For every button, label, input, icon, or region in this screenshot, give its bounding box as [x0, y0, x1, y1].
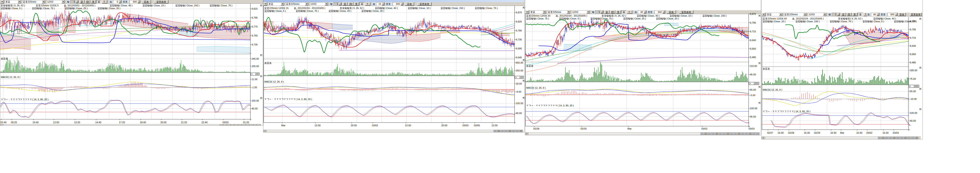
svg-text:105.00: 105.00 [251, 65, 259, 68]
svg-text:02/28: 02/28 [533, 127, 539, 130]
svg-text:09:20: 09:20 [11, 121, 17, 124]
svg-text:( Close, 75 ): ( Close, 75 ) [600, 17, 613, 20]
svg-text:( Close, 40 ): ( Close, 40 ) [883, 17, 896, 20]
svg-text:20:00: 20:00 [441, 124, 447, 127]
svg-text:-8.00: -8.00 [516, 90, 521, 93]
svg-text:65.00: 65.00 [750, 89, 756, 91]
svg-text:500: 500 [133, 0, 137, 3]
svg-text:225mini: 225mini [789, 13, 798, 16]
svg-text:100.00: 100.00 [251, 99, 259, 102]
svg-text:14:40: 14:40 [95, 121, 102, 124]
svg-text:1: 1 [74, 0, 75, 3]
svg-text:10:40: 10:40 [33, 121, 39, 124]
svg-text:1: 1 [835, 13, 837, 16]
svg-text:12:00: 12:00 [492, 124, 498, 127]
svg-text:T: T [367, 3, 368, 5]
svg-text:03/02: 03/02 [702, 127, 708, 130]
svg-text:16:30: 16:30 [856, 132, 862, 134]
svg-text:1000: 1000 [754, 83, 759, 85]
svg-text:( Close, 40 ): ( Close, 40 ) [646, 14, 660, 17]
svg-text:×: × [515, 76, 517, 79]
svg-text:( 14, 3, 80, 20 ): ( 14, 3, 80, 20 ) [32, 98, 49, 101]
svg-text:-10.00: -10.00 [910, 98, 916, 100]
svg-text:45.00: 45.00 [750, 115, 756, 118]
svg-text:12:00: 12:00 [405, 124, 411, 127]
svg-text:( Close, 150 ): ( Close, 150 ) [450, 7, 465, 10]
svg-text:03/03: 03/03 [749, 127, 755, 130]
svg-text:1: 1 [337, 3, 338, 5]
svg-text:45.00: 45.00 [251, 107, 258, 110]
svg-text:9,825: 9,825 [516, 20, 522, 23]
svg-text:9,875: 9,875 [750, 13, 756, 15]
svg-text:MACD( 12, 26, 9 ): MACD( 12, 26, 9 ) [264, 80, 284, 83]
svg-text:500: 500 [396, 3, 400, 5]
svg-text:Mar: Mar [627, 127, 632, 130]
svg-text:T: T [865, 13, 867, 16]
svg-text:03/02: 03/02 [372, 124, 378, 127]
svg-text:100.00: 100.00 [750, 107, 757, 110]
svg-text:9,870: 9,870 [516, 11, 522, 14]
svg-text:12/03: 12/03 [809, 13, 815, 16]
svg-text:5: 5 [117, 0, 118, 3]
svg-text:( Close, 75 ): ( Close, 75 ) [219, 4, 232, 7]
svg-text:9,735: 9,735 [251, 43, 258, 46]
svg-text:15: 15 [379, 3, 381, 5]
svg-text:12:00: 12:00 [315, 124, 321, 127]
svg-text:-5.00: -5.00 [750, 94, 755, 97]
svg-text:02/29: 02/29 [581, 127, 587, 130]
svg-text:225mini: 225mini [553, 11, 561, 13]
svg-text:21:20: 21:20 [181, 121, 187, 124]
svg-text:16:30: 16:30 [830, 132, 837, 134]
svg-text:17:20: 17:20 [119, 121, 125, 124]
svg-text:( Close, 75 ): ( Close, 75 ) [42, 7, 55, 10]
svg-text:75.00: 75.00 [910, 78, 916, 80]
svg-text:100: 100 [255, 73, 259, 75]
svg-text:9,485: 9,485 [750, 56, 756, 59]
svg-text:( Close, 10 ): ( Close, 10 ) [152, 4, 165, 7]
svg-text:20:00: 20:00 [351, 124, 357, 127]
svg-text:16:30: 16:30 [883, 132, 889, 134]
svg-text:( Close, 5 ): ( Close, 5 ) [872, 20, 884, 23]
svg-text:9,560: 9,560 [750, 48, 756, 50]
svg-text:( 9, 26, 52 ): ( 9, 26, 52 ) [13, 4, 25, 7]
svg-text:9,795: 9,795 [251, 16, 258, 19]
svg-text:03/03: 03/03 [893, 132, 899, 134]
svg-text:( Close, 75 ): ( Close, 75 ) [536, 17, 549, 20]
svg-text:9,560: 9,560 [910, 53, 916, 56]
svg-text:( Close, 25 ): ( Close, 25 ) [633, 17, 646, 20]
svg-text:9,815: 9,815 [251, 8, 258, 10]
svg-text:MACD( 12, 26, 9 ): MACD( 12, 26, 9 ) [763, 89, 782, 91]
svg-text:( Close, 40 ): ( Close, 40 ) [385, 7, 398, 10]
svg-text:( Close, 150 ): ( Close, 150 ) [805, 20, 819, 23]
svg-text:02:40: 02:40 [0, 121, 6, 124]
svg-text:( Close, 25 ): ( Close, 25 ) [75, 7, 88, 10]
svg-text:9,715: 9,715 [750, 30, 756, 33]
svg-text:225mini: 225mini [291, 3, 299, 5]
svg-text:30: 30 [640, 11, 643, 13]
svg-text:, 2012/02/24 - 2012/03/05 ): , 2012/02/24 - 2012/03/05 ) [795, 17, 824, 20]
svg-text:( Close, 20 ): ( Close, 20 ) [904, 20, 917, 23]
svg-text:20:00: 20:00 [161, 121, 167, 124]
svg-text:02/29: 02/29 [814, 132, 820, 134]
svg-text:18:40: 18:40 [140, 121, 146, 124]
svg-text:9,795: 9,795 [750, 21, 756, 24]
svg-text:MACD( 12, 26, 9 ): MACD( 12, 26, 9 ) [526, 87, 546, 89]
svg-text:110.00: 110.00 [750, 65, 757, 67]
svg-text:02/27: 02/27 [767, 132, 773, 134]
svg-text:9,485: 9,485 [910, 61, 916, 64]
svg-text:01:20: 01:20 [243, 121, 249, 124]
svg-text:( Close, 5 ): ( Close, 5 ) [569, 17, 581, 20]
svg-text:500: 500 [890, 13, 894, 16]
svg-text:×: × [910, 85, 911, 87]
svg-text:225mini 12/03( 5: 225mini 12/03( 5 [41, 4, 59, 7]
svg-text:, 2012/02/24 - 2012/03/05 ): , 2012/02/24 - 2012/03/05 ) [296, 7, 325, 10]
svg-text:100: 100 [519, 76, 523, 79]
svg-text:03/02: 03/02 [866, 132, 872, 134]
svg-text:9,640: 9,640 [750, 39, 756, 41]
svg-text:03/05: 03/05 [474, 124, 480, 127]
svg-text:( Close, 20 ): ( Close, 20 ) [107, 7, 121, 10]
svg-text:( Close, 150 ): ( Close, 150 ) [185, 4, 200, 7]
svg-text:1000: 1000 [913, 85, 919, 87]
svg-text:9,775: 9,775 [251, 25, 258, 28]
svg-text:( 9, 26, 52 ): ( 9, 26, 52 ) [614, 14, 626, 17]
